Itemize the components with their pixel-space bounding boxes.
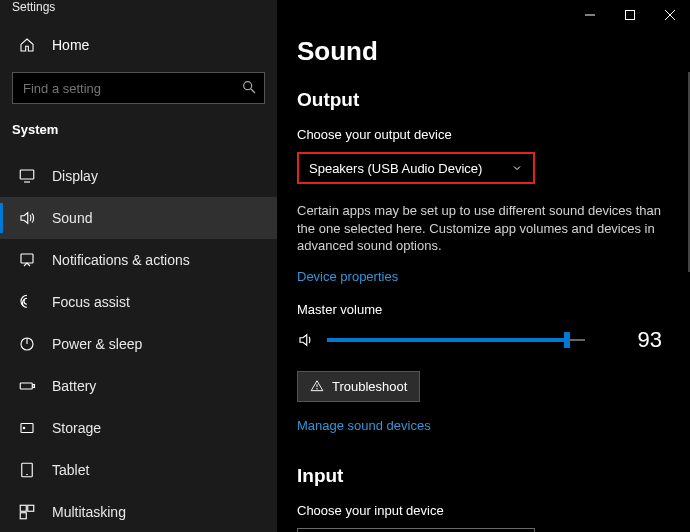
display-icon [18,167,36,185]
sidebar-item-battery[interactable]: Battery [0,365,277,407]
svg-rect-13 [20,505,26,511]
svg-rect-14 [28,505,34,511]
sidebar-item-sound[interactable]: Sound [0,197,277,239]
sidebar-item-storage[interactable]: Storage [0,407,277,449]
multitasking-icon [18,503,36,521]
svg-point-10 [23,427,25,429]
input-device-label: Choose your input device [297,503,670,518]
input-heading: Input [297,465,670,487]
troubleshoot-button[interactable]: Troubleshoot [297,371,420,402]
volume-icon [297,331,315,349]
svg-point-21 [317,389,318,390]
sidebar-item-label: Focus assist [52,294,130,310]
chevron-down-icon [511,162,523,174]
search-input-container [12,72,265,104]
sidebar-item-multitasking[interactable]: Multitasking [0,491,277,532]
svg-rect-7 [20,383,32,389]
output-heading: Output [297,89,670,111]
output-device-select[interactable]: Speakers (USB Audio Device) [297,152,535,184]
sidebar-home[interactable]: Home [0,22,277,68]
focus-assist-icon [18,293,36,311]
svg-rect-8 [33,385,35,388]
main-content: Sound Output Choose your output device S… [277,0,690,532]
storage-icon [18,419,36,437]
troubleshoot-label: Troubleshoot [332,379,407,394]
sidebar: Settings Home System Display [0,0,277,532]
sidebar-item-label: Multitasking [52,504,126,520]
svg-rect-17 [626,11,635,20]
power-icon [18,335,36,353]
close-button[interactable] [650,0,690,30]
window-title: Settings [0,0,277,14]
sidebar-home-label: Home [52,37,89,53]
sound-icon [18,209,36,227]
sidebar-item-display[interactable]: Display [0,155,277,197]
output-device-label: Choose your output device [297,127,670,142]
svg-rect-4 [21,254,33,263]
sidebar-item-power-sleep[interactable]: Power & sleep [0,323,277,365]
minimize-button[interactable] [570,0,610,30]
sidebar-item-label: Display [52,168,98,184]
sidebar-item-label: Storage [52,420,101,436]
sidebar-item-tablet[interactable]: Tablet [0,449,277,491]
input-device-select[interactable]: Microphone (USB Audio Device) [297,528,535,532]
search-input[interactable] [12,72,265,104]
sidebar-nav: Display Sound Notifications & actions Fo… [0,155,277,532]
page-title: Sound [297,36,670,67]
manage-sound-devices-link[interactable]: Manage sound devices [297,418,431,433]
warning-icon [310,379,324,393]
search-icon [241,79,257,95]
sidebar-item-label: Battery [52,378,96,394]
sidebar-item-label: Sound [52,210,92,226]
volume-slider[interactable] [327,332,585,348]
svg-point-0 [244,82,252,90]
output-device-value: Speakers (USB Audio Device) [309,161,482,176]
svg-rect-15 [20,513,26,519]
home-icon [18,36,36,54]
svg-rect-2 [20,170,34,179]
sidebar-item-label: Notifications & actions [52,252,190,268]
battery-icon [18,377,36,395]
sidebar-item-label: Tablet [52,462,89,478]
sidebar-item-label: Power & sleep [52,336,142,352]
maximize-button[interactable] [610,0,650,30]
sidebar-item-notifications[interactable]: Notifications & actions [0,239,277,281]
master-volume-label: Master volume [297,302,670,317]
sidebar-item-focus-assist[interactable]: Focus assist [0,281,277,323]
svg-line-1 [251,89,255,93]
volume-value: 93 [638,327,670,353]
sidebar-category: System [0,122,277,155]
tablet-icon [18,461,36,479]
output-description: Certain apps may be set up to use differ… [297,202,667,255]
notifications-icon [18,251,36,269]
device-properties-link[interactable]: Device properties [297,269,398,284]
